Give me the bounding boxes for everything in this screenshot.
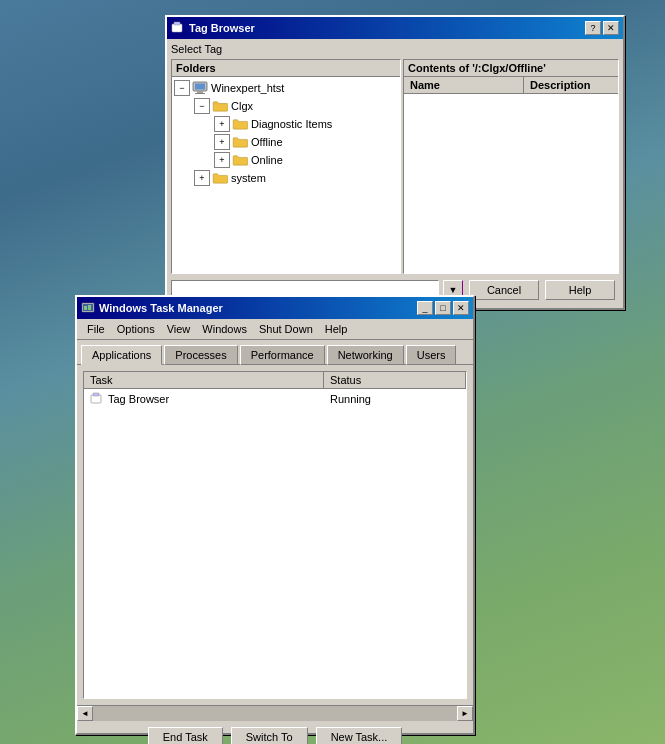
tab-applications[interactable]: Applications <box>81 345 162 365</box>
tag-browser-panels: Folders − Winexpert_htst <box>171 59 619 274</box>
folders-header-label: Folders <box>176 62 216 74</box>
tag-browser-window: Tag Browser ? ✕ Select Tag Folders − <box>165 15 625 310</box>
tree-label-online: Online <box>251 154 283 166</box>
tree-item-clgx[interactable]: − Clgx <box>194 97 398 115</box>
svg-rect-9 <box>88 305 91 310</box>
end-task-button[interactable]: End Task <box>148 727 223 744</box>
tab-users[interactable]: Users <box>406 345 457 365</box>
help-button-tb2[interactable]: Help <box>545 280 615 300</box>
contents-path-label: Contents of '/:Clgx/Offline' <box>408 62 546 74</box>
tag-browser-title-label: Tag Browser <box>189 22 255 34</box>
applications-tab-content: Task Status Tag Browser Running <box>77 365 473 705</box>
task-manager-window: Windows Task Manager _ □ ✕ File Options … <box>75 295 475 735</box>
task-status-label: Running <box>324 392 466 406</box>
tab-networking[interactable]: Networking <box>327 345 404 365</box>
task-manager-title-bar[interactable]: Windows Task Manager _ □ ✕ <box>77 297 473 319</box>
col-task-header[interactable]: Task <box>84 372 324 388</box>
menu-view[interactable]: View <box>161 321 197 337</box>
folder-icon-diagnostic <box>232 118 248 130</box>
tree-expander-clgx[interactable]: − <box>194 98 210 114</box>
task-manager-title-label: Windows Task Manager <box>99 302 223 314</box>
maximize-btn-tm[interactable]: □ <box>435 301 451 315</box>
tag-browser-title-icon <box>171 21 185 35</box>
tree-expander-winexpert[interactable]: − <box>174 80 190 96</box>
task-table-header: Task Status <box>84 372 466 389</box>
scroll-left-btn[interactable]: ◄ <box>77 706 93 721</box>
task-manager-controls: _ □ ✕ <box>417 301 469 315</box>
cancel-button-tb[interactable]: Cancel <box>469 280 539 300</box>
svg-rect-1 <box>174 22 180 25</box>
folder-icon-system <box>212 172 228 184</box>
folder-icon-online <box>232 154 248 166</box>
task-manager-content: Task Status Tag Browser Running <box>77 365 473 744</box>
computer-icon <box>192 80 208 96</box>
task-table: Task Status Tag Browser Running <box>83 371 467 699</box>
task-app-icon <box>90 392 104 406</box>
tag-browser-body: Select Tag Folders − <box>167 39 623 304</box>
tab-processes[interactable]: Processes <box>164 345 237 365</box>
menu-options[interactable]: Options <box>111 321 161 337</box>
folders-panel-header: Folders <box>172 60 400 77</box>
tag-browser-title-bar[interactable]: Tag Browser ? ✕ <box>167 17 623 39</box>
tree-item-offline[interactable]: + Offline <box>214 133 398 151</box>
tree-expander-online[interactable]: + <box>214 152 230 168</box>
tag-browser-title-text: Tag Browser <box>171 21 255 35</box>
table-row[interactable]: Tag Browser Running <box>84 389 466 409</box>
menu-shutdown[interactable]: Shut Down <box>253 321 319 337</box>
col-name-header: Name <box>404 77 524 93</box>
folder-icon-clgx <box>212 100 228 112</box>
folder-icon-offline <box>232 136 248 148</box>
close-btn-tm[interactable]: ✕ <box>453 301 469 315</box>
tag-browser-controls: ? ✕ <box>585 21 619 35</box>
tree-expander-system[interactable]: + <box>194 170 210 186</box>
tree-item-winexpert[interactable]: − Winexpert_htst <box>174 79 398 97</box>
horizontal-scrollbar[interactable]: ◄ ► <box>77 705 473 721</box>
scroll-track[interactable] <box>93 706 457 721</box>
task-manager-title-text: Windows Task Manager <box>81 301 223 315</box>
close-button-tb[interactable]: ✕ <box>603 21 619 35</box>
tree-label-system: system <box>231 172 266 184</box>
tree-view: − Winexpert_htst − <box>172 77 400 189</box>
svg-rect-11 <box>93 393 99 396</box>
folders-panel: Folders − Winexpert_htst <box>171 59 401 274</box>
tabs-container: Applications Processes Performance Netwo… <box>77 340 473 365</box>
tree-item-system[interactable]: + system <box>194 169 398 187</box>
menu-windows[interactable]: Windows <box>196 321 253 337</box>
svg-rect-4 <box>197 91 203 93</box>
tree-expander-offline[interactable]: + <box>214 134 230 150</box>
menu-file[interactable]: File <box>81 321 111 337</box>
task-cell-task: Tag Browser <box>84 391 324 407</box>
contents-area <box>404 94 618 261</box>
tree-label-clgx: Clgx <box>231 100 253 112</box>
col-status-header[interactable]: Status <box>324 372 466 388</box>
tab-performance[interactable]: Performance <box>240 345 325 365</box>
tree-item-diagnostic[interactable]: + Diagnostic Items <box>214 115 398 133</box>
svg-rect-8 <box>84 306 87 310</box>
task-manager-icon <box>81 301 95 315</box>
svg-rect-3 <box>195 84 205 90</box>
tree-label-diagnostic: Diagnostic Items <box>251 118 332 130</box>
tree-label-winexpert: Winexpert_htst <box>211 82 284 94</box>
new-task-button[interactable]: New Task... <box>316 727 403 744</box>
contents-panel: Contents of '/:Clgx/Offline' Name Descri… <box>403 59 619 274</box>
tree-expander-diagnostic[interactable]: + <box>214 116 230 132</box>
col-desc-header: Description <box>524 77 618 93</box>
contents-panel-header: Contents of '/:Clgx/Offline' <box>404 60 618 77</box>
svg-rect-5 <box>195 93 205 94</box>
minimize-btn-tm[interactable]: _ <box>417 301 433 315</box>
select-tag-label: Select Tag <box>171 43 619 55</box>
task-manager-menu-bar: File Options View Windows Shut Down Help <box>77 319 473 340</box>
task-manager-buttons: End Task Switch To New Task... <box>77 721 473 744</box>
menu-help[interactable]: Help <box>319 321 354 337</box>
switch-to-button[interactable]: Switch To <box>231 727 308 744</box>
scroll-right-btn[interactable]: ► <box>457 706 473 721</box>
tree-item-online[interactable]: + Online <box>214 151 398 169</box>
help-button-tb[interactable]: ? <box>585 21 601 35</box>
task-name-label: Tag Browser <box>108 393 169 405</box>
tree-label-offline: Offline <box>251 136 283 148</box>
